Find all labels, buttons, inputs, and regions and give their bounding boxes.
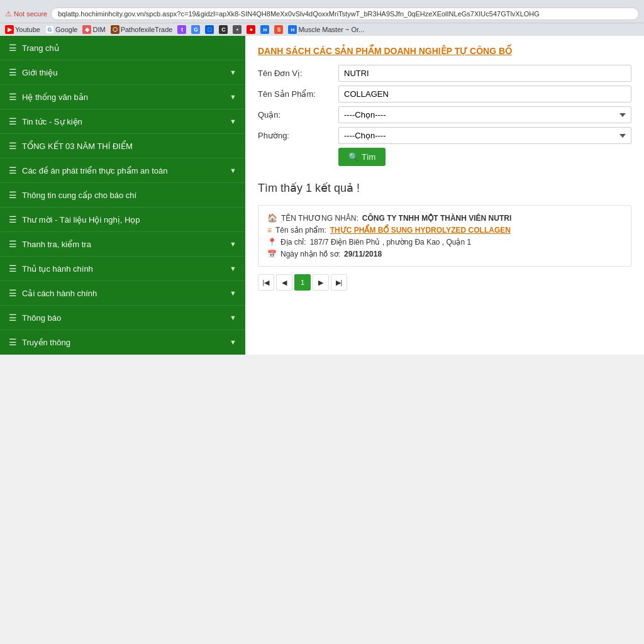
address-value: 187/7 Điện Biên Phủ , phường Đa Kao , Qu… (310, 238, 471, 247)
page-prev-button[interactable]: ◀ (276, 274, 292, 291)
san-pham-label: Tên Sản Phẩm: (258, 89, 333, 99)
sidebar-item-thong-tin[interactable]: ☰ Thông tin cung cấp cho báo chí (0, 183, 245, 208)
dim-icon: ◆ (82, 25, 91, 34)
sidebar-item-trang-chu[interactable]: ☰ Trang chủ (0, 36, 245, 60)
sidebar-item-de-an[interactable]: ☰ Các đề án phát triển thực phẩm an toàn… (0, 158, 245, 183)
result-date-row: 📅 Ngày nhận hồ sơ: 29/11/2018 (267, 250, 622, 258)
pagination: |◀ ◀ 1 ▶ ▶| (258, 274, 631, 291)
sidebar-label-truyen-thong: Truyền thông (22, 338, 70, 347)
arrow-icon-tin-tuc: ▼ (230, 118, 236, 125)
red-icon: ● (247, 25, 255, 34)
don-vi-label: Tên Đơn Vị: (258, 69, 333, 78)
sidebar-label-gioi-thieu: Giới thiệu (22, 68, 57, 77)
bookmark-g2[interactable]: G (191, 25, 200, 34)
page-first-button[interactable]: |◀ (258, 274, 274, 291)
quan-select[interactable]: ----Chọn---- (338, 106, 631, 123)
bookmark-box[interactable]: □ (205, 25, 214, 34)
sidebar-item-thu-tuc[interactable]: ☰ Thủ tục hành chính ▼ (0, 257, 245, 281)
sidebar-label-tong-ket: TỔNG KẾT 03 NĂM THÍ ĐIỂM (22, 142, 133, 151)
result-summary: Tìm thấy 1 kết quả ! (258, 176, 631, 195)
shop-icon: S (274, 25, 283, 34)
path-icon: ⬡ (111, 25, 119, 34)
bookmark-red[interactable]: ● (247, 25, 255, 34)
sidebar-item-he-thong[interactable]: ☰ Hệ thống văn bản ▼ (0, 85, 245, 109)
don-vi-input[interactable] (338, 65, 631, 82)
arrow-icon-thu-tuc: ▼ (230, 265, 236, 272)
sidebar-label-he-thong: Hệ thống văn bản (22, 92, 88, 102)
not-secure-label: Not secure (14, 10, 47, 18)
address-field[interactable]: bqlattp.hochiminhcity.gov.vn/spcb.aspx?c… (51, 8, 639, 20)
bookmark-dim[interactable]: ◆ DIM (82, 25, 105, 34)
date-value: 29/11/2018 (344, 250, 382, 258)
g2-icon: G (191, 25, 200, 34)
sidebar-label-thong-tin: Thông tin cung cấp cho báo chí (22, 191, 136, 200)
bookmark-path[interactable]: ⬡ PathofexileTrade (111, 25, 173, 34)
box-icon: □ (205, 25, 214, 34)
calendar-icon: 📅 (267, 250, 277, 258)
pin-icon: 📍 (267, 238, 277, 247)
bookmark-h[interactable]: H (260, 25, 269, 34)
company-value: CÔNG TY TNHH MỘT THÀNH VIÊN NUTRI (362, 214, 511, 223)
youtube-icon: ▶ (5, 25, 14, 34)
sidebar-item-gioi-thieu[interactable]: ☰ Giới thiệu ▼ (0, 60, 245, 85)
product-label: Tên sản phẩm: (275, 226, 326, 235)
sidebar-item-thu-moi[interactable]: ☰ Thư mời - Tài liệu Hội nghị, Họp (0, 208, 245, 232)
menu-icon-tong-ket: ☰ (9, 141, 17, 151)
arrow-icon-gioi-thieu: ▼ (230, 69, 236, 76)
result-address-row: 📍 Địa chỉ: 187/7 Điện Biên Phủ , phường … (267, 238, 622, 247)
bookmark-shop[interactable]: S (274, 25, 283, 34)
arrow-icon-thanh-tra: ▼ (230, 240, 236, 248)
bookmark-youtube[interactable]: ▶ Youtube (5, 25, 40, 34)
sidebar-item-cai-cach[interactable]: ☰ Cải cách hành chính ▼ (0, 281, 245, 306)
sidebar-label-trang-chu: Trang chủ (22, 43, 59, 53)
menu-icon-thong-tin: ☰ (9, 190, 17, 200)
phuong-select[interactable]: ----Chọn---- (338, 127, 631, 144)
search-button[interactable]: 🔍 Tìm (338, 148, 386, 166)
menu-icon-truyen-thong: ☰ (9, 337, 17, 347)
sidebar: ☰ Trang chủ ☰ Giới thiệu ▼ ☰ Hệ thống vă… (0, 36, 245, 355)
bookmark-google[interactable]: G Google (45, 25, 77, 34)
menu-icon-he-thong: ☰ (9, 92, 17, 102)
menu-icon-tin-tuc: ☰ (9, 116, 17, 126)
warning-icon: ⚠ (5, 9, 12, 18)
bookmark-muscle[interactable]: H Muscle Master ~ Or... (288, 25, 364, 34)
address-label: Địa chỉ: (280, 238, 306, 247)
sidebar-item-tong-ket[interactable]: ☰ TỔNG KẾT 03 NĂM THÍ ĐIỂM (0, 134, 245, 158)
menu-icon-trang-chu: ☰ (9, 43, 17, 53)
bookmarks-bar: ▶ Youtube G Google ◆ DIM ⬡ PathofexileTr… (0, 23, 644, 36)
home-icon: 🏠 (267, 213, 277, 223)
twitch-icon: t (177, 25, 186, 34)
search-icon: 🔍 (348, 152, 358, 162)
arrow-icon-de-an: ▼ (230, 167, 236, 174)
main-content: DANH SÁCH CÁC SẢN PHẨM DOANH NGHIỆP TỰ C… (245, 36, 644, 355)
sidebar-item-thanh-tra[interactable]: ☰ Thanh tra, kiểm tra ▼ (0, 232, 245, 257)
arrow-icon-thong-bao: ▼ (230, 314, 236, 321)
not-secure-indicator: ⚠ Not secure (5, 9, 47, 18)
box2-icon: ▪ (233, 25, 242, 34)
sidebar-label-thong-bao: Thông báo (22, 313, 61, 323)
menu-icon-thanh-tra: ☰ (9, 239, 17, 249)
menu-icon-thong-bao: ☰ (9, 313, 17, 323)
sidebar-item-thong-bao[interactable]: ☰ Thông báo ▼ (0, 306, 245, 330)
bookmark-youtube-label: Youtube (15, 26, 40, 33)
san-pham-input[interactable] (338, 86, 631, 103)
bookmark-twitch[interactable]: t (177, 25, 186, 34)
bookmark-google-label: Google (55, 26, 77, 33)
sidebar-item-tin-tuc[interactable]: ☰ Tin tức - Sự kiện ▼ (0, 109, 245, 134)
menu-icon-thu-moi: ☰ (9, 214, 17, 225)
page-last-button[interactable]: ▶| (331, 274, 347, 291)
arrow-icon-truyen-thong: ▼ (230, 338, 236, 346)
sidebar-item-truyen-thong[interactable]: ☰ Truyền thông ▼ (0, 330, 245, 355)
page-next-button[interactable]: ▶ (313, 274, 329, 291)
product-value[interactable]: THỰC PHẨM BỔ SUNG HYDROLYZED COLLAGEN (330, 226, 511, 235)
result-product-row: ≡ Tên sản phẩm: THỰC PHẨM BỔ SUNG HYDROL… (267, 226, 622, 235)
page-title: DANH SÁCH CÁC SẢN PHẨM DOANH NGHIỆP TỰ C… (258, 46, 631, 56)
menu-icon-cai-cach: ☰ (9, 288, 17, 298)
result-company-row: 🏠 TÊN THƯƠNG NHÂN: CÔNG TY TNHH MỘT THÀN… (267, 213, 622, 223)
result-card: 🏠 TÊN THƯƠNG NHÂN: CÔNG TY TNHH MỘT THÀN… (258, 205, 631, 267)
page-1-button[interactable]: 1 (294, 274, 311, 291)
menu-icon-thu-tuc: ☰ (9, 264, 17, 274)
bookmark-c[interactable]: C (219, 25, 228, 34)
address-bar-row: ⚠ Not secure bqlattp.hochiminhcity.gov.v… (0, 5, 644, 23)
bookmark-box2[interactable]: ▪ (233, 25, 242, 34)
